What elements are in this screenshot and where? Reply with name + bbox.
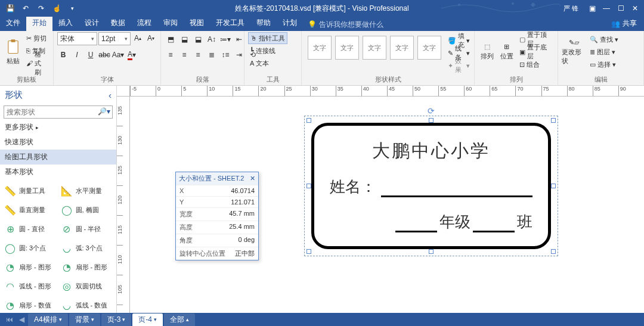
undo-icon[interactable]: ↶ xyxy=(19,2,32,15)
page-tab-3[interactable]: 页-3▾ xyxy=(101,313,132,326)
orientation-button[interactable]: A↕ xyxy=(206,33,218,45)
draw-tool-shapes-cat[interactable]: 绘图工具形状 xyxy=(0,150,116,164)
bullets-button[interactable]: ≔▾ xyxy=(219,33,231,45)
quick-shapes-cat[interactable]: 快速形状 xyxy=(0,135,116,150)
effects-button[interactable]: ✦效果▾ xyxy=(446,60,472,72)
save-icon[interactable]: 💾 xyxy=(4,2,17,15)
strike-button[interactable]: abc xyxy=(98,49,110,61)
indent-inc-button[interactable]: ⇥ xyxy=(233,49,245,61)
align-center-button[interactable]: ≡ xyxy=(178,49,190,61)
align-bottom-button[interactable]: ⬓ xyxy=(192,33,204,45)
style-swatch[interactable]: 文字 xyxy=(390,36,414,60)
shape-stencil-item[interactable]: 📐水平测量 xyxy=(59,183,114,198)
format-painter-button[interactable]: 🖌格式刷 xyxy=(24,57,49,69)
user-name[interactable]: 严 锋 xyxy=(564,4,578,13)
shapes-search-input[interactable] xyxy=(4,105,113,119)
minimize-icon[interactable]: — xyxy=(600,2,613,15)
shrink-font-button[interactable]: A▾ xyxy=(145,32,157,44)
tab-data[interactable]: 数据 xyxy=(105,15,131,31)
resize-handle-se[interactable] xyxy=(551,249,556,254)
shape-stencil-item[interactable]: 📏垂直测量 xyxy=(2,202,58,218)
resize-handle-sw[interactable] xyxy=(306,249,311,254)
line-spacing-button[interactable]: ↕≡ xyxy=(219,49,231,61)
text-tool-button[interactable]: A文本 xyxy=(248,57,287,69)
more-shapes-cat[interactable]: 更多形状▸ xyxy=(0,120,116,135)
selected-shape[interactable]: ⟳ 大鹏中心小学 姓名： 年级 班 xyxy=(309,120,553,252)
sizepos-row[interactable]: X46.0714 xyxy=(176,185,258,196)
redo-icon[interactable]: ↷ xyxy=(35,2,48,15)
paste-button[interactable]: 粘贴 xyxy=(4,32,22,72)
tell-me-input[interactable]: 💡 告诉我你想要做什么 xyxy=(303,18,388,31)
rotate-handle-icon[interactable]: ⟳ xyxy=(428,106,435,116)
drawing-page[interactable]: ⟳ 大鹏中心小学 姓名： 年级 班 xyxy=(130,97,644,313)
tab-insert[interactable]: 插入 xyxy=(52,15,79,31)
page-tab-all[interactable]: 全部▴ xyxy=(164,313,195,326)
italic-button[interactable]: I xyxy=(71,49,83,61)
page-tab-4[interactable]: 页-4▾ xyxy=(132,313,163,326)
font-color-button[interactable]: A▾ xyxy=(126,49,138,61)
style-swatch[interactable]: 文字 xyxy=(308,36,332,60)
connector-tool-button[interactable]: ┗连接线 xyxy=(248,45,287,57)
tab-plan[interactable]: 计划 xyxy=(277,15,303,31)
size-position-window[interactable]: 大小和位置 - SHEET.2 ✕ X46.0714Y121.071宽度45.7… xyxy=(175,172,259,260)
resize-handle-e[interactable] xyxy=(551,184,556,188)
underline-button[interactable]: U xyxy=(85,49,97,61)
shape-stencil-item[interactable]: ◯圆, 椭圆 xyxy=(59,202,114,218)
basic-shapes-cat[interactable]: 基本形状 xyxy=(0,164,116,179)
sizepos-row[interactable]: Y121.071 xyxy=(176,196,258,207)
collapse-icon[interactable]: ‹ xyxy=(109,90,112,100)
maximize-icon[interactable]: ☐ xyxy=(614,2,627,15)
send-back-button[interactable]: ▣置于底层 xyxy=(518,46,554,58)
shape-stencil-item[interactable]: ◔扇形 - 图形 xyxy=(59,259,114,275)
ribbon-options-icon[interactable]: ▣ xyxy=(586,2,599,15)
pointer-tool-button[interactable]: 🖱指针工具 xyxy=(248,32,287,44)
style-swatch[interactable]: 文字 xyxy=(417,36,441,60)
align-right-button[interactable]: ≡ xyxy=(192,49,204,61)
tab-process[interactable]: 流程 xyxy=(131,15,157,31)
shape-stencil-item[interactable]: ⊕圆 - 直径 xyxy=(2,221,58,237)
shape-stencil-item[interactable]: ⊘圆 - 半径 xyxy=(59,221,114,237)
close-icon[interactable]: ✕ xyxy=(250,175,255,182)
justify-button[interactable]: ≣ xyxy=(206,49,218,61)
tab-nav-prev[interactable]: ◀ xyxy=(17,315,27,324)
page-tab-bg[interactable]: 背景▾ xyxy=(69,313,100,326)
touch-icon[interactable]: ☝ xyxy=(50,2,63,15)
resize-handle-s[interactable] xyxy=(429,249,434,254)
shape-stencil-item[interactable]: ◔扇形 - 图形 xyxy=(2,259,58,275)
align-left-button[interactable]: ≡ xyxy=(165,49,177,61)
style-swatch[interactable]: 文字 xyxy=(363,36,386,60)
grow-font-button[interactable]: A▴ xyxy=(132,32,144,44)
position-button[interactable]: ⊞位置 xyxy=(498,32,515,72)
font-size-combo[interactable]: 12pt▾ xyxy=(98,32,131,45)
sizepos-row[interactable]: 角度0 deg xyxy=(176,234,258,247)
drawing-canvas[interactable]: -5051015202530354045505560657075808590 1… xyxy=(117,86,644,313)
shape-stencil-item[interactable]: ◎双圆切线 xyxy=(59,278,114,294)
tab-design[interactable]: 设计 xyxy=(79,15,105,31)
resize-handle-nw[interactable] xyxy=(306,118,311,123)
tab-nav-first[interactable]: ⏮ xyxy=(4,315,16,324)
font-family-combo[interactable]: 宋体▾ xyxy=(57,32,97,45)
share-button[interactable]: 👥 共享 xyxy=(604,16,644,31)
tab-file[interactable]: 文件 xyxy=(0,15,26,31)
resize-handle-w[interactable] xyxy=(306,184,311,188)
sizepos-row[interactable]: 高度25.4 mm xyxy=(176,221,258,234)
sizepos-row[interactable]: 宽度45.7 mm xyxy=(176,207,258,221)
resize-handle-ne[interactable] xyxy=(551,118,556,123)
style-gallery[interactable]: 文字 文字 文字 文字 文字 xyxy=(305,32,444,63)
find-button[interactable]: 🔍查找▾ xyxy=(588,33,620,45)
style-swatch[interactable]: 文字 xyxy=(335,36,359,60)
shape-stencil-item[interactable]: ◡弧: 3个点 xyxy=(59,240,114,256)
layer-button[interactable]: ≣图层▾ xyxy=(588,46,620,58)
search-icon[interactable]: 🔎▾ xyxy=(98,107,110,116)
change-shape-button[interactable]: ✎▱更改形状 xyxy=(562,32,586,72)
case-button[interactable]: Aa▾ xyxy=(112,49,124,61)
qat-dropdown-icon[interactable]: ▾ xyxy=(66,2,79,15)
close-icon[interactable]: ✕ xyxy=(628,2,642,15)
tab-review[interactable]: 审阅 xyxy=(157,15,184,31)
bold-button[interactable]: B xyxy=(57,49,69,61)
group-button[interactable]: ⊡组合 xyxy=(518,58,554,70)
tab-dev[interactable]: 开发工具 xyxy=(210,15,250,31)
align-top-button[interactable]: ⬒ xyxy=(165,33,177,45)
align-middle-button[interactable]: ⬓ xyxy=(178,33,190,45)
shape-stencil-item[interactable]: ◡弧线 - 数值 xyxy=(59,297,114,313)
